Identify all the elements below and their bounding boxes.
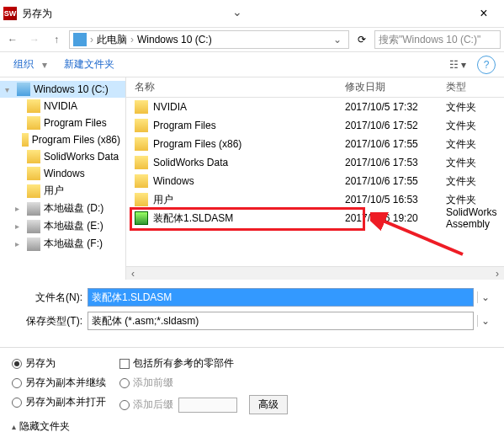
organize-button[interactable]: 组织 — [8, 54, 39, 75]
folder-icon — [27, 184, 40, 198]
window-title: 另存为 — [22, 7, 467, 21]
path-dropdown-icon[interactable]: ⌄ — [330, 34, 345, 45]
tree-item-label: 用户 — [44, 184, 64, 198]
radio-icon — [12, 378, 22, 388]
checkbox-include-refs[interactable]: 包括所有参考的零部件 — [119, 356, 288, 371]
scroll-left-icon[interactable]: ‹ — [126, 267, 140, 280]
file-name: NVIDIA — [153, 101, 187, 113]
file-name: 用户 — [153, 193, 173, 207]
newfolder-button[interactable]: 新建文件夹 — [59, 54, 119, 75]
radio-saveas[interactable]: 另存为 — [12, 356, 106, 371]
breadcrumb[interactable]: › 此电脑 › Windows 10 (C:) ⌄ — [69, 30, 349, 49]
tree-item[interactable]: SolidWorks Data — [0, 148, 125, 165]
tree-expander-icon[interactable]: ▾ — [5, 85, 13, 94]
scroll-right-icon[interactable]: › — [491, 267, 504, 280]
tree-item[interactable]: Program Files — [0, 115, 125, 131]
tree-item-label: Program Files — [44, 117, 107, 129]
suffix-input — [178, 398, 237, 413]
tree-item[interactable]: NVIDIA — [0, 98, 125, 115]
tree-item[interactable]: ▸本地磁盘 (E:) — [0, 217, 125, 235]
tree-expander-icon[interactable]: ▸ — [15, 239, 24, 248]
filetype-label: 保存类型(T): — [12, 314, 88, 328]
file-name: Windows — [153, 175, 194, 187]
tree-item-label: SolidWorks Data — [44, 151, 119, 163]
file-date: 2017/10/6 17:53 — [345, 157, 446, 168]
toolbar: 组织 ▾ 新建文件夹 ☷ ▾ ? — [0, 52, 504, 77]
tree-expander-icon[interactable]: ▸ — [15, 222, 24, 231]
tree-item[interactable]: ▸本地磁盘 (F:) — [0, 235, 125, 253]
divider — [0, 347, 504, 348]
view-options-button[interactable]: ☷ ▾ — [447, 56, 469, 74]
app-icon: SW — [3, 7, 17, 20]
file-list[interactable]: 名称 修改日期 类型 NVIDIA2017/10/5 17:32文件夹Progr… — [126, 77, 504, 280]
folder-icon — [22, 133, 28, 147]
radio-saveas-copy-open[interactable]: 另存为副本并打开 — [12, 395, 106, 409]
file-type: 文件夹 — [446, 174, 504, 189]
filename-dropdown-icon[interactable]: ⌄ — [477, 291, 492, 303]
tree-item-label: 本地磁盘 (D:) — [44, 201, 103, 216]
filename-input[interactable]: 装配体1.SLDASM — [88, 288, 474, 307]
column-type[interactable]: 类型 — [446, 80, 504, 94]
radio-add-prefix: 添加前缀 — [119, 376, 288, 390]
drive-c-icon — [17, 83, 30, 96]
tree-item[interactable]: Program Files (x86) — [0, 131, 125, 148]
tree-item-label: 本地磁盘 (F:) — [44, 237, 103, 251]
file-type: SolidWorks Assembly — [446, 206, 504, 230]
file-name: Program Files (x86) — [153, 138, 241, 150]
file-type: 文件夹 — [446, 119, 504, 133]
horizontal-scrollbar[interactable]: ‹ › — [126, 266, 504, 280]
file-date: 2017/10/5 16:53 — [345, 194, 446, 205]
radio-saveas-copy-continue[interactable]: 另存为副本并继续 — [12, 376, 106, 390]
search-input[interactable]: 搜索"Windows 10 (C:)" — [374, 30, 501, 49]
radio-icon — [119, 400, 130, 410]
file-type: 文件夹 — [446, 100, 504, 115]
drive-icon — [27, 220, 40, 233]
file-row[interactable]: Windows2017/10/6 17:55文件夹 — [126, 172, 504, 190]
file-row[interactable]: Program Files2017/10/6 17:52文件夹 — [126, 116, 504, 135]
file-list-header[interactable]: 名称 修改日期 类型 — [126, 77, 504, 98]
column-date[interactable]: 修改日期 — [345, 80, 446, 94]
close-button[interactable]: × — [467, 6, 501, 21]
filetype-select[interactable]: 装配体 (*.asm;*.sldasm) — [88, 312, 474, 330]
search-placeholder: 搜索"Windows 10 (C:)" — [379, 33, 480, 47]
folder-icon — [135, 156, 148, 169]
tree-item[interactable]: ▸本地磁盘 (D:) — [0, 200, 125, 217]
checkbox-icon — [119, 359, 130, 369]
folder-icon — [27, 99, 40, 113]
folder-icon — [135, 137, 148, 151]
tree-expander-icon[interactable]: ▸ — [15, 204, 24, 213]
refresh-button[interactable]: ⟳ — [353, 30, 371, 49]
file-name: Program Files — [153, 120, 216, 131]
tree-item[interactable]: Windows — [0, 165, 125, 182]
expand-up-icon: ▴ — [12, 422, 16, 431]
folder-icon — [27, 150, 40, 163]
chevron-right-icon: › — [88, 34, 95, 45]
file-date: 2017/10/5 17:32 — [345, 101, 446, 113]
file-row[interactable]: SolidWorks Data2017/10/6 17:53文件夹 — [126, 153, 504, 172]
radio-icon — [12, 359, 22, 369]
folder-icon — [27, 116, 40, 130]
advanced-button[interactable]: 高级 — [249, 395, 288, 414]
forward-button[interactable]: → — [25, 30, 44, 49]
back-button[interactable]: ← — [3, 30, 22, 49]
help-button[interactable]: ? — [477, 56, 496, 74]
radio-icon — [12, 398, 22, 408]
column-name[interactable]: 名称 — [126, 80, 345, 94]
drive-icon — [27, 202, 40, 216]
folder-icon — [27, 167, 40, 180]
folder-icon — [135, 193, 148, 206]
folder-icon — [135, 174, 148, 188]
pc-icon — [73, 33, 87, 46]
tree-item[interactable]: ▾Windows 10 (C:) — [0, 81, 125, 98]
file-row[interactable]: NVIDIA2017/10/5 17:32文件夹 — [126, 98, 504, 116]
tree-item-label: Windows — [44, 168, 85, 179]
filetype-dropdown-icon[interactable]: ⌄ — [477, 315, 492, 327]
hide-folders-toggle[interactable]: ▴ 隐藏文件夹 — [0, 414, 504, 439]
tree-item[interactable]: 用户 — [0, 182, 125, 200]
folder-tree[interactable]: ▾Windows 10 (C:)NVIDIAProgram FilesProgr… — [0, 77, 126, 280]
up-button[interactable]: ↑ — [47, 30, 66, 49]
breadcrumb-path[interactable]: Windows 10 (C:) — [137, 34, 212, 45]
breadcrumb-root[interactable]: 此电脑 — [97, 33, 127, 47]
file-row[interactable]: Program Files (x86)2017/10/6 17:55文件夹 — [126, 135, 504, 153]
folder-icon — [135, 119, 148, 132]
